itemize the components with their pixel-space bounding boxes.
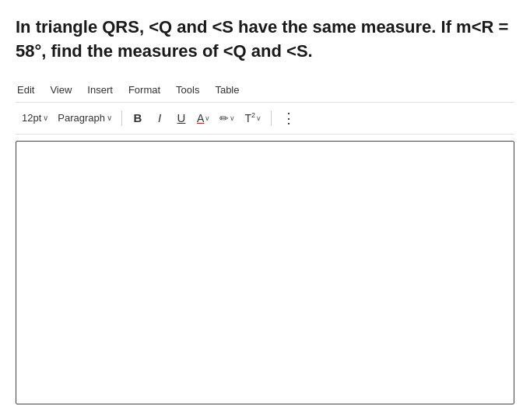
italic-button[interactable]: I [150,109,169,127]
menu-tools[interactable]: Tools [174,82,201,97]
text-editor-area[interactable] [16,141,514,404]
menu-view[interactable]: View [48,82,73,97]
highlight-button[interactable]: ✏ ∨ [216,110,238,127]
menu-table[interactable]: Table [213,82,240,97]
font-color-arrow: ∨ [205,114,210,122]
more-options-button[interactable]: ⋮ [278,107,300,129]
menu-insert[interactable]: Insert [86,82,114,97]
font-size-chevron: ∨ [43,114,48,122]
question-text: In triangle QRS, <Q and <S have the same… [16,16,514,64]
font-color-button[interactable]: A ∨ [194,110,213,127]
divider-1 [121,110,122,126]
superscript-arrow: ∨ [256,114,261,122]
highlight-icon: ✏ [219,112,229,124]
underline-button[interactable]: U [172,109,191,127]
font-size-value: 12pt [22,112,41,124]
font-color-icon: A [197,112,204,124]
menu-bar: Edit View Insert Format Tools Table [16,78,514,103]
bold-button[interactable]: B [128,109,147,127]
divider-2 [271,110,272,126]
menu-format[interactable]: Format [127,82,162,97]
superscript-button[interactable]: T2 ∨ [241,109,265,127]
paragraph-chevron: ∨ [107,114,112,122]
page-wrapper: In triangle QRS, <Q and <S have the same… [0,0,530,420]
highlight-arrow: ∨ [230,114,235,122]
paragraph-select[interactable]: Paragraph ∨ [54,110,115,125]
superscript-icon: T2 [244,111,255,124]
menu-edit[interactable]: Edit [16,82,36,97]
toolbar: 12pt ∨ Paragraph ∨ B I U A ∨ ✏ ∨ T2 ∨ ⋮ [16,103,514,135]
paragraph-value: Paragraph [58,112,105,124]
font-size-select[interactable]: 12pt ∨ [19,110,51,125]
